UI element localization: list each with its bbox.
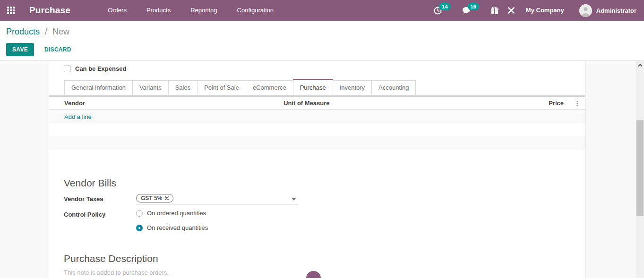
apps-grid-icon — [7, 7, 15, 14]
control-policy-options: On ordered quantities On received quanti… — [136, 210, 208, 231]
messages-button[interactable]: 16 — [458, 0, 486, 21]
user-name: Administrator — [596, 7, 636, 14]
purchase-description-heading: Purchase Description — [64, 253, 571, 264]
user-avatar — [579, 4, 592, 17]
column-header-unit-of-measure: Unit of Measure — [242, 100, 371, 107]
tools-button[interactable] — [503, 0, 519, 21]
dropdown-caret-icon[interactable] — [292, 198, 296, 201]
tab-inventory[interactable]: Inventory — [333, 80, 371, 95]
table-header-row: Vendor Unit of Measure Price ⋮ — [49, 96, 585, 110]
can-be-expensed-checkbox[interactable] — [64, 66, 70, 72]
activities-button[interactable]: 14 — [429, 0, 457, 21]
table-row — [49, 136, 585, 150]
radio-selected-icon[interactable] — [136, 225, 143, 231]
tab-ecommerce[interactable]: eCommerce — [246, 80, 293, 95]
company-switcher[interactable]: My Company — [519, 0, 571, 21]
content-area: Can be Expensed General Information Vari… — [0, 61, 636, 278]
gift-icon — [490, 7, 499, 15]
tools-cross-icon — [507, 7, 515, 14]
top-navbar: Purchase Orders Products Reporting Confi… — [0, 0, 644, 21]
apps-menu-button[interactable] — [0, 0, 22, 21]
breadcrumb-products-link[interactable]: Products — [6, 27, 40, 36]
menu-orders[interactable]: Orders — [98, 0, 137, 21]
scrollbar-up-arrow[interactable] — [636, 61, 644, 69]
scrollbar-thumb[interactable] — [636, 120, 644, 216]
control-panel: Products / New SAVE DISCARD — [0, 21, 644, 61]
menu-reporting[interactable]: Reporting — [180, 0, 227, 21]
notebook-tabs: General Information Variants Sales Point… — [49, 80, 585, 96]
table-row — [49, 123, 585, 136]
vendor-taxes-input[interactable]: GST 5% — [136, 194, 297, 204]
breadcrumb: Products / New — [6, 27, 644, 37]
gift-button[interactable] — [486, 0, 503, 21]
breadcrumb-current: New — [52, 27, 69, 36]
vendor-taxes-field: Vendor Taxes GST 5% — [64, 194, 571, 204]
message-count-badge: 16 — [468, 3, 479, 10]
discard-button[interactable]: DISCARD — [41, 43, 75, 56]
user-menu[interactable]: Administrator — [571, 4, 638, 17]
tab-variants[interactable]: Variants — [132, 80, 168, 95]
tab-accounting[interactable]: Accounting — [371, 80, 416, 95]
menu-configuration[interactable]: Configuration — [227, 0, 283, 21]
main-menu: Orders Products Reporting Configuration — [98, 0, 283, 21]
table-row: Add a line — [49, 110, 585, 123]
vendor-pricelist-table: Vendor Unit of Measure Price ⋮ Add a lin… — [49, 96, 585, 150]
column-header-vendor: Vendor — [49, 100, 242, 107]
vendor-bills-heading: Vendor Bills — [64, 177, 571, 189]
column-header-price: Price — [371, 100, 574, 107]
radio-on-ordered-quantities[interactable]: On ordered quantities — [136, 210, 208, 217]
control-panel-buttons: SAVE DISCARD — [6, 43, 644, 56]
save-button[interactable]: SAVE — [6, 43, 34, 56]
app-title: Purchase — [29, 5, 70, 16]
navbar-left: Purchase Orders Products Reporting Confi… — [0, 0, 283, 21]
radio-on-received-quantities[interactable]: On received quantities — [136, 224, 208, 231]
tax-tag-label: GST 5% — [141, 195, 162, 202]
menu-products[interactable]: Products — [137, 0, 180, 21]
form-sheet: Can be Expensed General Information Vari… — [49, 61, 586, 278]
radio-unselected-icon[interactable] — [136, 210, 143, 217]
tax-tag: GST 5% — [136, 194, 173, 202]
breadcrumb-separator: / — [45, 27, 47, 36]
control-policy-field: Control Policy On ordered quantities On … — [64, 210, 571, 231]
control-policy-label: Control Policy — [64, 210, 136, 218]
tab-general-information[interactable]: General Information — [64, 80, 132, 95]
table-options-icon[interactable]: ⋮ — [574, 100, 585, 107]
add-a-line-link[interactable]: Add a line — [49, 113, 92, 120]
can-be-expensed-label: Can be Expensed — [75, 65, 126, 72]
vertical-scrollbar[interactable] — [636, 61, 644, 278]
navbar-right: 14 16 — [429, 0, 644, 21]
can-be-expensed-field[interactable]: Can be Expensed — [64, 65, 126, 72]
vendor-taxes-label: Vendor Taxes — [64, 194, 136, 202]
tab-sales[interactable]: Sales — [168, 80, 197, 95]
vendor-bills-section: Vendor Bills Vendor Taxes GST 5% — [64, 177, 571, 231]
tax-tag-remove-icon[interactable] — [165, 196, 169, 200]
tab-purchase[interactable]: Purchase — [293, 79, 333, 96]
activity-count-badge: 14 — [439, 3, 450, 10]
tab-point-of-sale[interactable]: Point of Sale — [197, 80, 246, 95]
